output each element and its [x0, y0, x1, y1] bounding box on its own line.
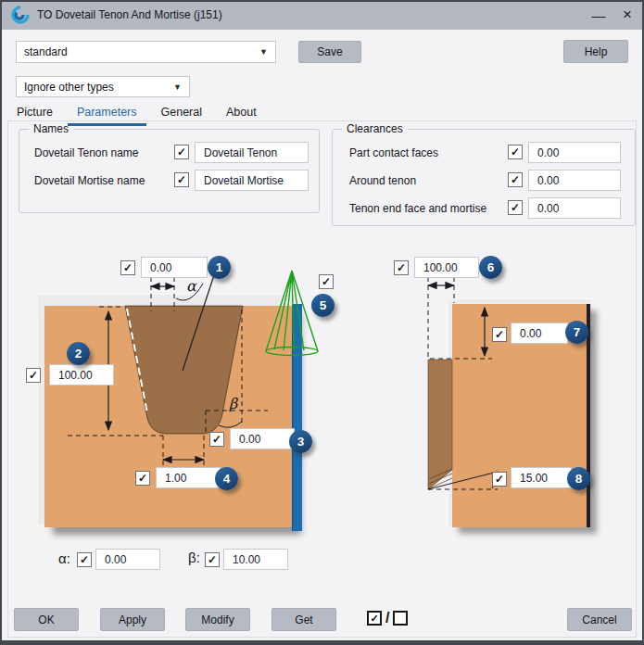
check-icon: ✓	[322, 276, 331, 287]
param6-input[interactable]	[414, 257, 479, 278]
param6-badge: 6	[479, 256, 502, 279]
dialog-window: TO Dovetail Tenon And Mortise (j151) — ×…	[0, 0, 644, 645]
param2-checkbox[interactable]: ✓	[26, 368, 41, 383]
get-button[interactable]: Get	[271, 608, 336, 631]
check-icon: ✓	[208, 554, 217, 565]
preset-combobox[interactable]: standard ▼	[16, 41, 276, 63]
alpha-checkbox[interactable]: ✓	[77, 552, 92, 567]
param4-input[interactable]	[156, 467, 221, 488]
param5-badge: 5	[311, 294, 335, 317]
param7-checkbox[interactable]: ✓	[492, 327, 507, 342]
check-icon: ✓	[123, 262, 133, 273]
check-icon: ✓	[511, 174, 520, 185]
type-filter-combobox[interactable]: Ignore other types ▼	[16, 76, 190, 97]
check-icon: ✓	[511, 202, 520, 213]
check-icon: ✓	[397, 262, 406, 273]
tenon-name-checkbox[interactable]: ✓	[174, 145, 189, 159]
beta-row-label: β:	[188, 550, 200, 565]
check-icon: ✓	[177, 146, 186, 158]
param3-input[interactable]	[230, 428, 295, 449]
tab-about[interactable]: About	[217, 103, 266, 126]
param7-badge: 7	[565, 321, 588, 344]
check-icon: ✓	[80, 554, 89, 565]
param1-checkbox[interactable]: ✓	[120, 260, 135, 275]
param2-input[interactable]	[49, 364, 114, 386]
param8-input[interactable]	[511, 467, 572, 488]
beta-input[interactable]	[223, 549, 288, 570]
param1-badge: 1	[208, 256, 231, 279]
chevron-down-icon: ▼	[173, 82, 182, 92]
around-tenon-label: Around tenon	[349, 174, 416, 187]
checked-checkbox-icon: ✓	[367, 611, 382, 626]
app-icon	[11, 6, 30, 24]
tenon-board-front-face	[44, 306, 293, 527]
cancel-button[interactable]: Cancel	[567, 608, 632, 631]
mortise-name-label: Dovetail Mortise name	[34, 174, 145, 187]
window-title: TO Dovetail Tenon And Mortise (j151)	[37, 0, 222, 30]
tab-picture[interactable]: Picture	[7, 103, 62, 126]
param4-badge: 4	[215, 467, 238, 490]
check-icon: ✓	[495, 474, 504, 485]
title-bar[interactable]: TO Dovetail Tenon And Mortise (j151) — ×	[0, 0, 644, 30]
modify-button[interactable]: Modify	[185, 608, 250, 631]
tab-parameters[interactable]: Parameters	[68, 103, 146, 126]
alpha-input[interactable]	[95, 549, 160, 570]
part-contact-faces-checkbox[interactable]: ✓	[508, 145, 523, 159]
param1-input[interactable]	[141, 257, 208, 278]
check-icon: ✓	[212, 434, 221, 445]
param8-checkbox[interactable]: ✓	[492, 472, 507, 487]
param5-checkbox[interactable]: ✓	[319, 274, 334, 289]
tab-general[interactable]: General	[152, 103, 211, 126]
param7-input[interactable]	[511, 322, 568, 344]
tab-bar: Picture Parameters General About	[7, 103, 266, 126]
toggle-all-checkboxes-control[interactable]: ✓ /	[367, 610, 408, 626]
around-tenon-checkbox[interactable]: ✓	[508, 172, 523, 187]
mortise-name-input[interactable]	[195, 170, 309, 191]
param3-badge: 3	[289, 430, 312, 453]
tenon-end-face-input[interactable]	[528, 197, 621, 219]
preset-combobox-value: standard	[24, 45, 68, 58]
check-icon: ✓	[177, 174, 186, 185]
param4-checkbox[interactable]: ✓	[135, 471, 150, 486]
check-icon: ✓	[511, 146, 520, 158]
type-filter-value: Ignore other types	[24, 81, 114, 94]
close-button[interactable]: ×	[613, 0, 641, 30]
param6-checkbox[interactable]: ✓	[394, 260, 409, 275]
help-button[interactable]: Help	[563, 40, 628, 63]
chevron-down-icon: ▼	[259, 47, 268, 57]
tenon-name-label: Dovetail Tenon name	[34, 146, 139, 159]
alpha-row-label: α:	[58, 550, 70, 566]
around-tenon-input[interactable]	[528, 170, 621, 191]
check-icon: ✓	[138, 473, 147, 484]
mortise-name-checkbox[interactable]: ✓	[174, 172, 189, 187]
beta-checkbox[interactable]: ✓	[205, 552, 220, 567]
empty-checkbox-icon	[393, 611, 408, 626]
tenon-name-input[interactable]	[195, 142, 309, 163]
param8-badge: 8	[567, 467, 590, 490]
check-icon: ✓	[495, 329, 504, 340]
ok-button[interactable]: OK	[14, 608, 79, 631]
param3-checkbox[interactable]: ✓	[209, 432, 224, 447]
apply-button[interactable]: Apply	[100, 608, 165, 631]
slash-separator: /	[385, 610, 389, 626]
param2-badge: 2	[67, 342, 90, 365]
check-icon: ✓	[370, 613, 378, 625]
selected-edge-highlight	[292, 304, 302, 531]
clearances-group-title: Clearances	[342, 122, 408, 135]
check-icon: ✓	[29, 370, 38, 381]
part-contact-faces-label: Part contact faces	[349, 146, 438, 159]
part-contact-faces-input[interactable]	[528, 142, 621, 163]
minimize-button[interactable]: —	[585, 0, 612, 30]
save-button[interactable]: Save	[298, 41, 361, 63]
tenon-end-face-label: Tenon end face and mortise	[349, 202, 486, 215]
tenon-end-face-checkbox[interactable]: ✓	[508, 200, 523, 215]
